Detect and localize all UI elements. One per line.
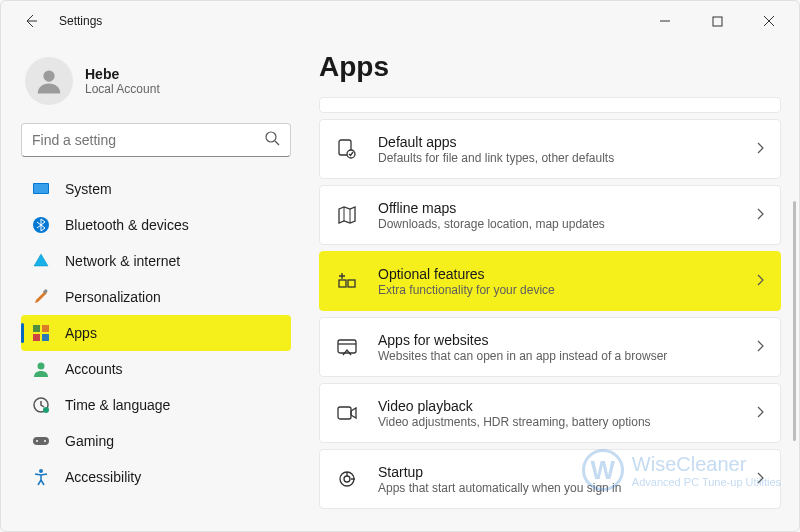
clock-icon: [31, 395, 51, 415]
svg-point-17: [39, 469, 43, 473]
account-block[interactable]: Hebe Local Account: [25, 57, 291, 105]
card-offline-maps[interactable]: Offline maps Downloads, storage location…: [319, 185, 781, 245]
wifi-icon: [31, 251, 51, 271]
chevron-right-icon: [754, 140, 766, 158]
chevron-right-icon: [754, 404, 766, 422]
svg-point-11: [38, 363, 45, 370]
card-video-playback[interactable]: Video playback Video adjustments, HDR st…: [319, 383, 781, 443]
svg-rect-8: [42, 325, 49, 332]
back-button[interactable]: [15, 5, 47, 37]
sidebar-item-label: Network & internet: [65, 253, 180, 269]
sidebar: Hebe Local Account System Bluetooth & de…: [1, 41, 301, 531]
minimize-icon: [659, 15, 671, 27]
paintbrush-icon: [31, 287, 51, 307]
svg-rect-21: [348, 280, 355, 287]
sidebar-item-label: System: [65, 181, 112, 197]
avatar: [25, 57, 73, 105]
person-icon: [31, 359, 51, 379]
svg-rect-14: [33, 437, 49, 445]
sidebar-item-apps[interactable]: Apps: [21, 315, 291, 351]
settings-cards: Default apps Defaults for file and link …: [319, 97, 781, 509]
svg-rect-10: [42, 334, 49, 341]
video-icon: [334, 400, 360, 426]
svg-point-1: [43, 70, 54, 81]
card-title: Optional features: [378, 266, 754, 282]
svg-rect-23: [338, 407, 351, 419]
svg-point-2: [266, 132, 276, 142]
sidebar-item-label: Time & language: [65, 397, 170, 413]
scrollbar[interactable]: [793, 201, 796, 441]
search-icon: [264, 130, 280, 150]
titlebar: Settings: [1, 1, 799, 41]
sidebar-item-label: Accessibility: [65, 469, 141, 485]
account-name: Hebe: [85, 66, 160, 82]
search-input[interactable]: [32, 132, 264, 148]
close-icon: [763, 15, 775, 27]
svg-rect-4: [34, 184, 48, 193]
minimize-button[interactable]: [643, 5, 687, 37]
apps-icon: [31, 323, 51, 343]
svg-rect-9: [33, 334, 40, 341]
svg-point-13: [43, 407, 49, 413]
svg-point-15: [36, 440, 38, 442]
chevron-right-icon: [754, 470, 766, 488]
card-startup[interactable]: Startup Apps that start automatically wh…: [319, 449, 781, 509]
card-sub: Websites that can open in an app instead…: [378, 349, 754, 363]
sidebar-item-accessibility[interactable]: Accessibility: [21, 459, 291, 495]
sidebar-item-label: Gaming: [65, 433, 114, 449]
card-title: Apps for websites: [378, 332, 754, 348]
display-icon: [31, 179, 51, 199]
bluetooth-icon: [31, 215, 51, 235]
svg-point-16: [44, 440, 46, 442]
sidebar-item-bluetooth[interactable]: Bluetooth & devices: [21, 207, 291, 243]
sidebar-item-label: Accounts: [65, 361, 123, 377]
card-default-apps[interactable]: Default apps Defaults for file and link …: [319, 119, 781, 179]
sidebar-item-time-language[interactable]: Time & language: [21, 387, 291, 423]
card-sub: Extra functionality for your device: [378, 283, 754, 297]
apps-websites-icon: [334, 334, 360, 360]
chevron-right-icon: [754, 206, 766, 224]
card-title: Default apps: [378, 134, 754, 150]
maximize-icon: [712, 16, 723, 27]
arrow-left-icon: [23, 13, 39, 29]
sidebar-item-label: Personalization: [65, 289, 161, 305]
gamepad-icon: [31, 431, 51, 451]
map-icon: [334, 202, 360, 228]
features-icon: [334, 268, 360, 294]
card-apps-for-websites[interactable]: Apps for websites Websites that can open…: [319, 317, 781, 377]
sidebar-item-network[interactable]: Network & internet: [21, 243, 291, 279]
sidebar-item-system[interactable]: System: [21, 171, 291, 207]
window-title: Settings: [59, 14, 102, 28]
startup-icon: [334, 466, 360, 492]
window-controls: [643, 5, 791, 37]
accessibility-icon: [31, 467, 51, 487]
maximize-button[interactable]: [695, 5, 739, 37]
card-partial-top[interactable]: [319, 97, 781, 113]
sidebar-item-label: Apps: [65, 325, 97, 341]
sidebar-item-label: Bluetooth & devices: [65, 217, 189, 233]
card-sub: Video adjustments, HDR streaming, batter…: [378, 415, 754, 429]
svg-point-25: [344, 476, 350, 482]
card-sub: Apps that start automatically when you s…: [378, 481, 754, 495]
card-title: Startup: [378, 464, 754, 480]
sidebar-item-personalization[interactable]: Personalization: [21, 279, 291, 315]
card-sub: Defaults for file and link types, other …: [378, 151, 754, 165]
card-optional-features[interactable]: Optional features Extra functionality fo…: [319, 251, 781, 311]
sidebar-nav: System Bluetooth & devices Network & int…: [21, 171, 291, 495]
main-panel: Apps Default apps Defaults for file and …: [301, 41, 799, 531]
sidebar-item-gaming[interactable]: Gaming: [21, 423, 291, 459]
svg-rect-22: [338, 340, 356, 353]
svg-rect-20: [339, 280, 346, 287]
search-box[interactable]: [21, 123, 291, 157]
sidebar-item-accounts[interactable]: Accounts: [21, 351, 291, 387]
chevron-right-icon: [754, 272, 766, 290]
close-button[interactable]: [747, 5, 791, 37]
card-title: Video playback: [378, 398, 754, 414]
chevron-right-icon: [754, 338, 766, 356]
page-title: Apps: [319, 51, 781, 83]
card-title: Offline maps: [378, 200, 754, 216]
svg-rect-0: [713, 17, 722, 26]
account-sub: Local Account: [85, 82, 160, 96]
default-apps-icon: [334, 136, 360, 162]
svg-rect-7: [33, 325, 40, 332]
